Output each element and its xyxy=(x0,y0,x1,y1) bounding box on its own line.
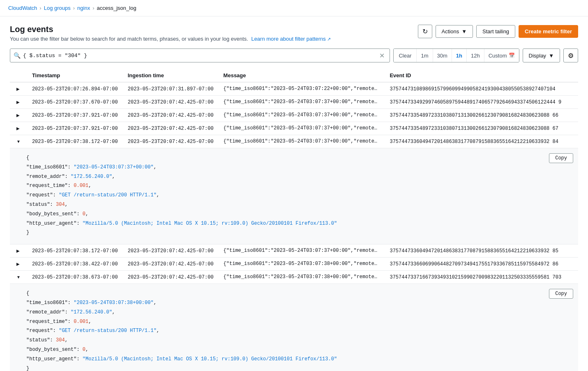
timestamp-cell: 2023-05-23T20:07:38.673-07:00 xyxy=(27,271,123,284)
timestamp-cell: 2023-05-23T20:07:37.670-07:00 xyxy=(27,96,123,109)
expand-row-button[interactable]: ▶ xyxy=(15,261,21,267)
expanded-row: { "time_iso8601": "2023-05-24T03:07:38+0… xyxy=(10,284,578,371)
breadcrumb-cloudwatch[interactable]: CloudWatch xyxy=(8,5,37,11)
table-row: ▶2023-05-23T20:07:38.172-07:002023-05-23… xyxy=(10,244,578,258)
clear-filter-button[interactable]: ✕ xyxy=(378,52,386,60)
timestamp-cell: 2023-05-23T20:07:38.172-07:00 xyxy=(27,135,123,148)
create-metric-filter-label: Create metric filter xyxy=(525,28,572,35)
copy-button[interactable]: Copy xyxy=(549,289,573,299)
eventid-cell: 3757447336049472014863831770879158836551… xyxy=(385,244,578,258)
message-cell: {"time_iso8601":"2023-05-24T03:07:38+00:… xyxy=(219,271,385,284)
time-clear-button[interactable]: Clear xyxy=(394,49,417,62)
eventid-cell: 3757447335489723310380713130026612307908… xyxy=(385,122,578,135)
actions-chevron-icon: ▼ xyxy=(461,28,467,35)
table-row: ▶2023-05-23T20:07:37.921-07:002023-05-23… xyxy=(10,109,578,122)
table-row: ▶2023-05-23T20:07:37.670-07:002023-05-23… xyxy=(10,96,578,109)
breadcrumb-log-groups[interactable]: Log groups xyxy=(44,5,71,11)
expand-row-button[interactable]: ▶ xyxy=(15,112,21,118)
eventid-cell: 3757447335489723310380713130026612307908… xyxy=(385,109,578,122)
message-cell: {"time_iso8601":"2023-05-24T03:07:38+00:… xyxy=(219,258,385,271)
actions-label: Actions xyxy=(442,28,459,35)
timestamp-cell: 2023-05-23T20:07:37.921-07:00 xyxy=(27,109,123,122)
eventid-cell: 3757447336049472014863831770879158836551… xyxy=(385,135,578,148)
ingestion-time-cell: 2023-05-23T20:07:42.425-07:00 xyxy=(123,122,219,135)
ingestion-time-cell: 2023-05-23T20:07:42.425-07:00 xyxy=(123,96,219,109)
refresh-button[interactable]: ↻ xyxy=(418,25,432,38)
search-icon: 🔍 xyxy=(14,52,21,59)
expand-row-button[interactable]: ▼ xyxy=(15,274,22,280)
eventid-cell: 3757447310898691579960994990582419300438… xyxy=(385,82,578,96)
time-12h-button[interactable]: 12h xyxy=(467,49,484,62)
actions-button[interactable]: Actions ▼ xyxy=(436,25,473,38)
breadcrumb-sep-2: › xyxy=(73,5,75,11)
ingestion-time-cell: 2023-05-23T20:07:31.897-07:00 xyxy=(123,82,219,96)
filter-input[interactable] xyxy=(23,53,378,59)
table-row: ▼2023-05-23T20:07:38.673-07:002023-05-23… xyxy=(10,271,578,284)
col-header-timestamp: Timestamp xyxy=(27,69,123,82)
ingestion-time-cell: 2023-05-23T20:07:42.425-07:00 xyxy=(123,109,219,122)
table-row: ▶2023-05-23T20:07:26.894-07:002023-05-23… xyxy=(10,82,578,96)
time-range-controls: Clear 1m 30m 1h 12h Custom 📅 xyxy=(393,48,519,62)
time-30m-button[interactable]: 30m xyxy=(433,49,452,62)
breadcrumb-nginx[interactable]: nginx xyxy=(77,5,90,11)
display-chevron-icon: ▼ xyxy=(549,53,554,59)
message-cell: {"time_iso8601":"2023-05-24T03:07:37+00:… xyxy=(219,109,385,122)
col-header-eventid: Event ID xyxy=(385,69,578,82)
message-cell: {"time_iso8601":"2023-05-24T03:07:37+00:… xyxy=(219,244,385,258)
ingestion-time-cell: 2023-05-23T20:07:42.425-07:00 xyxy=(123,258,219,271)
ingestion-time-cell: 2023-05-23T20:07:42.425-07:00 xyxy=(123,244,219,258)
col-header-message: Message xyxy=(219,69,385,82)
expanded-row: { "time_iso8601": "2023-05-24T03:07:37+0… xyxy=(10,148,578,244)
display-label: Display xyxy=(529,53,546,59)
col-header-ingestion: Ingestion time xyxy=(123,69,219,82)
copy-button[interactable]: Copy xyxy=(549,153,573,163)
page-title: Log events xyxy=(10,25,331,34)
message-cell: {"time_iso8601":"2023-05-24T03:07:37+00:… xyxy=(219,135,385,148)
learn-more-link[interactable]: Learn more about filter patterns ↗ xyxy=(251,36,331,42)
time-custom-label: Custom xyxy=(489,53,507,59)
message-cell: {"time_iso8601":"2023-05-24T03:07:37+00:… xyxy=(219,96,385,109)
expand-row-button[interactable]: ▶ xyxy=(15,86,21,92)
filter-bar: 🔍 ✕ xyxy=(10,48,390,62)
calendar-icon: 📅 xyxy=(509,53,515,58)
settings-icon: ⚙ xyxy=(568,52,574,60)
table-row: ▼2023-05-23T20:07:38.172-07:002023-05-23… xyxy=(10,135,578,148)
timestamp-cell: 2023-05-23T20:07:37.921-07:00 xyxy=(27,122,123,135)
expand-row-button[interactable]: ▶ xyxy=(15,125,21,131)
create-metric-filter-button[interactable]: Create metric filter xyxy=(519,25,578,38)
ingestion-time-cell: 2023-05-23T20:07:42.425-07:00 xyxy=(123,271,219,284)
breadcrumb-sep-3: › xyxy=(92,5,94,11)
start-tailing-label: Start tailing xyxy=(482,28,509,35)
eventid-cell: 3757447337166739349310215990270098322011… xyxy=(385,271,578,284)
table-row: ▶2023-05-23T20:07:38.422-07:002023-05-23… xyxy=(10,258,578,271)
timestamp-cell: 2023-05-23T20:07:26.894-07:00 xyxy=(27,82,123,96)
timestamp-cell: 2023-05-23T20:07:38.172-07:00 xyxy=(27,244,123,258)
time-custom-button[interactable]: Custom 📅 xyxy=(484,49,519,62)
breadcrumb-sep-1: › xyxy=(39,5,41,11)
expand-row-button[interactable]: ▶ xyxy=(15,248,21,254)
log-table: Timestamp Ingestion time Message Event I… xyxy=(10,69,578,371)
breadcrumb-current: access_json_log xyxy=(97,5,136,11)
table-row: ▶2023-05-23T20:07:37.921-07:002023-05-23… xyxy=(10,122,578,135)
settings-button[interactable]: ⚙ xyxy=(563,48,578,62)
message-cell: {"time_iso8601":"2023-05-24T03:07:22+00:… xyxy=(219,82,385,96)
page-header: Log events You can use the filter bar be… xyxy=(10,25,331,42)
timestamp-cell: 2023-05-23T20:07:38.422-07:00 xyxy=(27,258,123,271)
message-cell: {"time_iso8601":"2023-05-24T03:07:37+00:… xyxy=(219,122,385,135)
page-desc: You can use the filter bar below to sear… xyxy=(10,36,331,42)
eventid-cell: 3757447334929974605897594489174065779264… xyxy=(385,96,578,109)
breadcrumb: CloudWatch › Log groups › nginx › access… xyxy=(0,0,588,16)
display-button[interactable]: Display ▼ xyxy=(523,48,560,62)
time-1h-button[interactable]: 1h xyxy=(452,49,467,62)
col-header-expand xyxy=(10,69,27,82)
start-tailing-button[interactable]: Start tailing xyxy=(476,25,515,38)
expand-row-button[interactable]: ▶ xyxy=(15,99,21,105)
ingestion-time-cell: 2023-05-23T20:07:42.425-07:00 xyxy=(123,135,219,148)
time-1m-button[interactable]: 1m xyxy=(417,49,433,62)
page-desc-text: You can use the filter bar below to sear… xyxy=(10,36,248,42)
expand-row-button[interactable]: ▼ xyxy=(15,138,22,145)
eventid-cell: 3757447336606990644827097349417551793367… xyxy=(385,258,578,271)
